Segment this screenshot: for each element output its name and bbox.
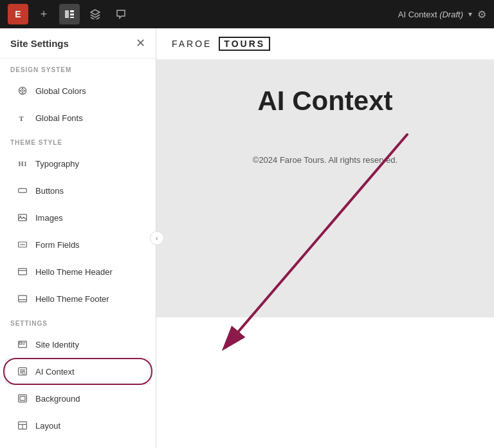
- theme-style-label: THEME STYLE: [0, 131, 156, 150]
- content-inner: FAROE TOURS AI Context ©2024 Faroe Tours…: [156, 28, 494, 448]
- typography-icon: H1: [16, 157, 29, 170]
- sidebar-title: Site Settings: [10, 38, 69, 49]
- sidebar-close-button[interactable]: ✕: [136, 37, 145, 49]
- layout-label: Layout: [35, 421, 60, 431]
- svg-rect-18: [19, 295, 27, 302]
- design-system-label: DESIGN SYSTEM: [0, 59, 156, 77]
- sidebar-item-hello-theme-footer[interactable]: Hello Theme Footer: [5, 286, 151, 312]
- sidebar-item-lightbox[interactable]: Lightbox: [5, 440, 151, 448]
- panel-icon: [64, 9, 75, 19]
- sidebar-item-ai-context[interactable]: AI Context: [5, 359, 151, 384]
- global-colors-label: Global Colors: [35, 86, 86, 96]
- buttons-icon: [16, 184, 29, 197]
- buttons-label: Buttons: [35, 186, 64, 196]
- faroe-logo-boxed: TOURS: [219, 37, 270, 51]
- sidebar-item-form-fields[interactable]: Form Fields: [5, 232, 151, 257]
- sidebar-item-site-identity[interactable]: Site Identity: [5, 331, 151, 357]
- svg-rect-0: [65, 10, 69, 18]
- settings-icon[interactable]: ⚙: [477, 8, 486, 21]
- comments-button[interactable]: [111, 4, 131, 24]
- sidebar-item-background[interactable]: Background: [5, 386, 151, 411]
- sidebar-item-hello-theme-header[interactable]: Hello Theme Header: [5, 259, 151, 285]
- layers-icon: [90, 9, 100, 19]
- add-button[interactable]: +: [33, 4, 54, 24]
- form-fields-icon: [16, 238, 29, 251]
- sidebar-item-global-colors[interactable]: Global Colors: [5, 78, 151, 104]
- svg-rect-11: [19, 189, 27, 192]
- layers-button[interactable]: [85, 4, 105, 24]
- svg-rect-1: [70, 10, 74, 12]
- panel-toggle-button[interactable]: [59, 4, 80, 24]
- ai-context-icon: [16, 365, 29, 378]
- hello-theme-header-icon: [16, 265, 29, 278]
- top-bar-left: E +: [8, 4, 131, 24]
- typography-label: Typography: [35, 159, 79, 169]
- svg-rect-3: [70, 17, 74, 18]
- svg-point-7: [22, 88, 23, 89]
- context-chevron[interactable]: ▾: [468, 10, 472, 19]
- comments-icon: [116, 9, 126, 19]
- images-label: Images: [35, 213, 63, 223]
- sidebar-item-images[interactable]: Images: [5, 205, 151, 230]
- svg-rect-30: [20, 397, 25, 400]
- main-layout: Site Settings ✕ DESIGN SYSTEM: [0, 28, 494, 448]
- global-fonts-label: Global Fonts: [35, 113, 83, 123]
- site-identity-icon: [16, 338, 29, 351]
- svg-rect-2: [70, 14, 74, 15]
- elementor-logo[interactable]: E: [8, 4, 28, 24]
- svg-rect-28: [23, 372, 25, 374]
- svg-point-13: [20, 216, 21, 217]
- page-title: AI Context: [195, 86, 455, 117]
- sidebar-header: Site Settings ✕: [0, 28, 156, 59]
- sidebar-item-typography[interactable]: H1 Typography: [5, 151, 151, 176]
- background-icon: [16, 392, 29, 405]
- hello-theme-header-label: Hello Theme Header: [35, 267, 113, 277]
- svg-text:T: T: [19, 115, 24, 122]
- site-identity-label: Site Identity: [35, 340, 79, 350]
- svg-point-8: [22, 92, 23, 93]
- page-footer-text: ©2024 Faroe Tours. All rights reserved.: [195, 155, 455, 165]
- ai-context-label: AI Context: [35, 367, 75, 377]
- layout-icon: [16, 419, 29, 432]
- top-bar-right: AI Context (Draft) ▾ ⚙: [398, 8, 486, 21]
- top-bar: E + AI Context (Draft) ▾ ⚙: [0, 0, 494, 28]
- page-content: AI Context ©2024 Faroe Tours. All rights…: [156, 60, 494, 317]
- sidebar: Site Settings ✕ DESIGN SYSTEM: [0, 28, 156, 448]
- context-label: AI Context (Draft): [398, 10, 463, 19]
- svg-rect-21: [19, 342, 22, 344]
- form-fields-label: Form Fields: [35, 240, 80, 250]
- svg-point-6: [24, 90, 25, 91]
- settings-section-label: SETTINGS: [0, 312, 156, 331]
- sidebar-item-layout[interactable]: Layout: [5, 413, 151, 438]
- sidebar-collapse-button[interactable]: ‹: [150, 231, 164, 245]
- sidebar-wrapper: Site Settings ✕ DESIGN SYSTEM: [0, 28, 156, 448]
- faroe-header: FAROE TOURS: [156, 28, 494, 60]
- images-icon: [16, 211, 29, 224]
- global-fonts-icon: T: [16, 111, 29, 124]
- svg-text:H1: H1: [19, 160, 27, 167]
- svg-point-5: [20, 90, 21, 91]
- sidebar-item-buttons[interactable]: Buttons: [5, 178, 151, 203]
- faroe-logo-text: FAROE: [172, 39, 212, 49]
- svg-rect-16: [19, 268, 27, 275]
- faroe-logo: FAROE TOURS: [172, 39, 270, 49]
- background-label: Background: [35, 394, 80, 404]
- global-colors-icon: [16, 84, 29, 97]
- sidebar-item-global-fonts[interactable]: T Global Fonts: [5, 105, 151, 131]
- content-area: FAROE TOURS AI Context ©2024 Faroe Tours…: [156, 28, 494, 448]
- hello-theme-footer-label: Hello Theme Footer: [35, 294, 109, 304]
- hello-theme-footer-icon: [16, 292, 29, 305]
